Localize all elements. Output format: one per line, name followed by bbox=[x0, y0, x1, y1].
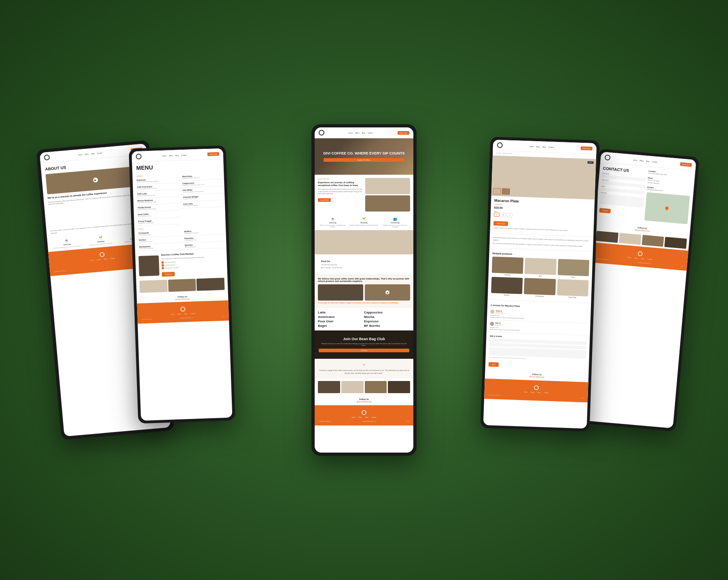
contact-footer-blog[interactable]: Blog bbox=[641, 258, 644, 260]
about-logo bbox=[44, 155, 50, 161]
home-feature-3-title: Community bbox=[381, 222, 410, 224]
contact-nav-home[interactable]: Home bbox=[633, 159, 637, 161]
related-beans-img[interactable] bbox=[524, 278, 556, 295]
contact-nav-cta[interactable]: Order Now bbox=[680, 162, 692, 167]
related-nut-plate-name: Nut Plate bbox=[492, 273, 523, 276]
related-plate-img[interactable] bbox=[557, 279, 589, 296]
add-to-cart-btn[interactable]: Add to Cart bbox=[493, 221, 508, 226]
contact-footer-circle bbox=[637, 251, 643, 256]
product-footer-home[interactable]: Home bbox=[524, 391, 527, 393]
related-mug-img[interactable] bbox=[491, 277, 523, 294]
home-nav-menu[interactable]: Menu bbox=[356, 132, 360, 134]
menu-footer-blog[interactable]: Blog bbox=[184, 313, 187, 315]
feature-roasting: 🌱 Roasting Expertly roasted for peak fla… bbox=[84, 235, 117, 246]
home-feature-2-title: Roasting bbox=[349, 222, 379, 224]
about-nav-contact[interactable]: Contact bbox=[97, 152, 102, 154]
product-nav-contact[interactable]: Contact bbox=[548, 146, 554, 148]
partner-play-btn[interactable]: ▶ bbox=[385, 290, 389, 294]
related-plate-name: Pastry Plate bbox=[557, 296, 588, 299]
menu-nav-menu[interactable]: Menu bbox=[169, 154, 173, 156]
contact-nav-contact[interactable]: Contact bbox=[652, 160, 657, 163]
menu-nav-contact[interactable]: Contact bbox=[181, 154, 187, 156]
related-chair-img[interactable] bbox=[557, 259, 589, 276]
menu-footer-contact[interactable]: Contact bbox=[190, 313, 195, 315]
related-chair: Chair bbox=[557, 259, 589, 279]
menu-footer-bottom: © 2024 Divi Coffee info@divicoffeeshop.c… bbox=[142, 316, 225, 320]
contact-nav-menu[interactable]: Menu bbox=[640, 159, 644, 162]
about-nav-menu[interactable]: Menu bbox=[85, 153, 89, 155]
contact-form-section: CONTACT US First Name Last Name Email Me… bbox=[599, 166, 646, 222]
home-join-btn[interactable]: Join Now bbox=[319, 349, 409, 352]
home-nav-cta[interactable]: Order Now bbox=[398, 131, 409, 135]
review-submit-btn[interactable]: Write bbox=[489, 362, 499, 367]
home-feature-2-icon: 🌱 bbox=[349, 217, 379, 221]
home-footer-links: Home Menu Blog Contact bbox=[319, 417, 409, 418]
related-book-img[interactable] bbox=[525, 258, 557, 275]
about-nav-blog[interactable]: Blog bbox=[91, 152, 94, 155]
product-thumb-1[interactable] bbox=[493, 188, 502, 195]
perk-2: Exclusive discounts bbox=[165, 264, 175, 266]
contact-footer-contact[interactable]: Contact bbox=[647, 258, 652, 260]
product-thumb-3[interactable] bbox=[511, 188, 519, 195]
footer-link-blog[interactable]: Blog bbox=[104, 258, 107, 260]
contact-logo bbox=[605, 155, 611, 161]
about-image-1 bbox=[49, 208, 50, 229]
product-nav-cta[interactable]: Order Now bbox=[580, 146, 593, 150]
play-button[interactable]: ▶ bbox=[93, 178, 98, 183]
home-feature-2: 🌱 Roasting Expertly roasted for peak fla… bbox=[349, 217, 379, 228]
home-footer-contact[interactable]: Contact bbox=[372, 417, 377, 418]
menu-club-btn[interactable]: Join Now bbox=[162, 272, 175, 277]
about-nav-home[interactable]: Home bbox=[78, 153, 82, 156]
menu-footer-circle bbox=[180, 307, 185, 312]
contact-nav-blog[interactable]: Blog bbox=[646, 160, 649, 162]
home-footer-home[interactable]: Home bbox=[351, 417, 355, 418]
home-partner-images: ▶ bbox=[318, 284, 410, 301]
home-footer-blog[interactable]: Blog bbox=[366, 417, 368, 418]
contact-footer-menu[interactable]: Menu bbox=[634, 257, 638, 259]
contact-footer-home[interactable]: Home bbox=[627, 257, 631, 259]
home-hours-weekday: Mon-Fri 7am-8pm bbox=[321, 267, 331, 269]
menu-footer-home[interactable]: Home bbox=[171, 313, 174, 315]
home-footer-menu[interactable]: Menu bbox=[359, 417, 362, 418]
menu-club-perks: Free monthly coffee Exclusive discounts … bbox=[161, 260, 205, 270]
home-learn-more[interactable]: Learn More bbox=[318, 198, 331, 202]
menu-nav-home[interactable]: Home bbox=[162, 155, 167, 157]
product-thumb-2[interactable] bbox=[502, 188, 510, 195]
menu-club-text: Join our exclusive coffee club and enjoy… bbox=[161, 257, 205, 260]
size-md[interactable]: M bbox=[500, 213, 506, 217]
product-footer-contact[interactable]: Contact bbox=[544, 392, 548, 394]
footer-link-contact[interactable]: Contact bbox=[110, 258, 115, 260]
menu-nav-blog[interactable]: Blog bbox=[176, 154, 179, 156]
home-instagram[interactable]: @divicoffeeshop bbox=[315, 400, 413, 403]
home-drinks-section: Latte Americano Pour Over Bagel Cappucci… bbox=[315, 308, 413, 331]
home-mission-images bbox=[365, 178, 411, 212]
home-nav-blog[interactable]: Blog bbox=[362, 132, 365, 134]
size-sm[interactable]: S bbox=[494, 213, 499, 217]
size-lg[interactable]: L bbox=[507, 213, 512, 217]
home-testimonial: " "I've been a regular at this coffee sh… bbox=[315, 359, 413, 379]
reviews-section: 2 reviews for Macaron Plate Sarah K. ★★★… bbox=[485, 301, 591, 373]
menu-food-right: Muffins Assorted fresh muffins Danishes … bbox=[180, 228, 226, 250]
product-footer-menu[interactable]: Menu bbox=[531, 392, 534, 393]
related-beans: Coffee Beans bbox=[524, 278, 556, 298]
product-thumbnails bbox=[493, 188, 519, 195]
product-nav-home[interactable]: Home bbox=[529, 145, 534, 147]
related-plate: Pastry Plate bbox=[557, 279, 589, 299]
related-nut-plate-img[interactable] bbox=[492, 256, 524, 274]
home-nav-contact[interactable]: Contact bbox=[368, 132, 373, 134]
menu-photo-1 bbox=[140, 280, 168, 293]
product-nav-blog[interactable]: Blog bbox=[543, 146, 546, 148]
product-nav-menu[interactable]: Menu bbox=[536, 146, 540, 148]
footer-link-menu[interactable]: Menu bbox=[97, 259, 101, 261]
home-feature-3-text: Building connections one cup at a time i… bbox=[381, 224, 410, 228]
drink-cappuccino: Cappuccino bbox=[364, 310, 410, 315]
home-hero-btn[interactable]: Explore Our Menu bbox=[324, 158, 405, 162]
home-nav-home[interactable]: Home bbox=[349, 132, 353, 134]
contact-submit-btn[interactable]: Submit bbox=[599, 208, 611, 213]
footer-link-home[interactable]: Home bbox=[90, 259, 94, 261]
home-find-us-title: Find Us bbox=[321, 260, 407, 262]
menu-footer-menu[interactable]: Menu bbox=[178, 313, 181, 315]
menu-nav-cta[interactable]: Order Now bbox=[207, 152, 219, 156]
related-grid-2: Mug Set Coffee Beans Pastry Plate bbox=[491, 277, 588, 298]
product-footer-blog[interactable]: Blog bbox=[538, 392, 540, 394]
